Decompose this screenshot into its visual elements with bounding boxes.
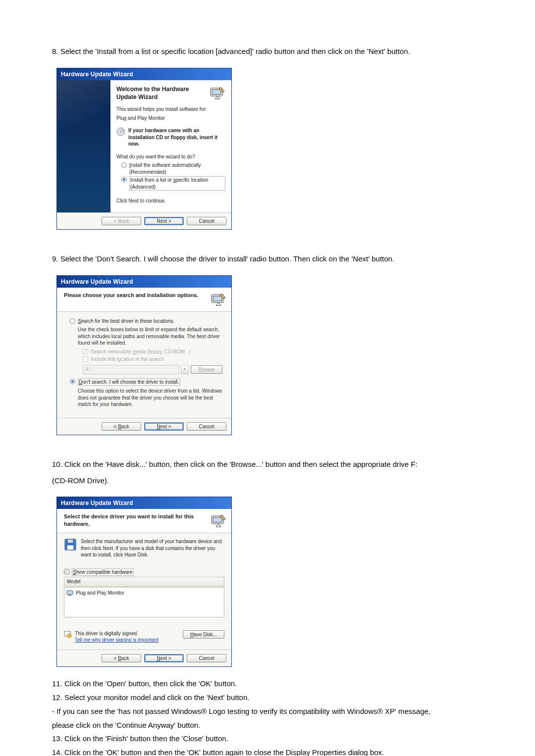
checkbox-icon	[64, 569, 69, 574]
radio-search-best[interactable]: Search for the best driver in these loca…	[70, 318, 222, 325]
cancel-button[interactable]: Cancel	[187, 422, 226, 431]
instruction-step-12-note2: please click on the 'Continue Anyway' bu…	[52, 718, 505, 732]
checkbox-show-compatible[interactable]: Show compatible hardware	[64, 568, 224, 576]
wizard-title: Hardware Update Wizard	[57, 68, 231, 80]
wizard-subtitle: Select the device driver you want to ins…	[64, 513, 211, 528]
radio-install-list-label: Install from a list or specific location…	[129, 176, 225, 191]
search-description: Use the check boxes below to limit or ex…	[78, 326, 222, 347]
wizard-prompt: What do you want the wizard to do?	[116, 153, 225, 160]
wizard-click-next: Click Next to continue.	[116, 198, 225, 204]
wizard-cd-note: If your hardware came with an installati…	[128, 127, 225, 148]
driver-signing-link[interactable]: Tell me why driver signing is important	[75, 637, 159, 643]
svg-rect-12	[69, 595, 71, 596]
checkbox-search-media-label: Search removable media (floppy, CD-ROM..…	[91, 349, 191, 355]
svg-rect-7	[213, 517, 222, 522]
checkbox-show-compatible-label: Show compatible hardware	[72, 568, 134, 576]
hardware-wizard-icon	[210, 85, 225, 101]
wizard-device-name: Plug and Play Monitor	[116, 115, 225, 122]
checkbox-include-location: Include this location in the search:	[83, 356, 222, 363]
radio-dont-search[interactable]: Don't search. I will choose the driver t…	[70, 378, 222, 386]
wizard-line-helps: This wizard helps you install software f…	[116, 106, 225, 113]
wizard-title: Hardware Update Wizard	[57, 276, 231, 288]
driver-signed-text: This driver is digitally signed.	[75, 631, 138, 636]
radio-icon	[121, 177, 127, 182]
next-button[interactable]: Next >	[144, 422, 184, 431]
back-button[interactable]: < Back	[102, 654, 141, 663]
checkbox-icon	[83, 349, 88, 354]
instruction-step-10-b: (CD-ROM Drive).	[52, 474, 505, 488]
radio-search-best-label: Search for the best driver in these loca…	[78, 318, 174, 325]
svg-rect-10	[67, 545, 74, 550]
radio-install-list[interactable]: Install from a list or specific location…	[121, 176, 225, 191]
wizard-title: Hardware Update Wizard	[57, 497, 231, 509]
list-item[interactable]: Plug and Play Monitor	[66, 589, 222, 597]
radio-icon	[70, 379, 75, 384]
radio-icon	[121, 162, 127, 168]
radio-install-auto[interactable]: Install the software automatically (Reco…	[121, 162, 225, 175]
instruction-step-13: 13. Click on the 'Finish' button then th…	[52, 732, 505, 746]
svg-rect-9	[67, 539, 73, 543]
svg-point-14	[67, 634, 71, 638]
checkbox-search-media: Search removable media (floppy, CD-ROM..…	[83, 349, 222, 355]
instruction-step-11: 11. Click on the 'Open' button, then cli…	[52, 677, 505, 691]
svg-rect-1	[212, 90, 221, 95]
instruction-step-12-note: - If you can see the 'has not passed Win…	[52, 705, 505, 718]
wizard-subtitle: Please choose your search and installati…	[64, 292, 198, 299]
radio-install-auto-label: Install the software automatically (Reco…	[129, 162, 201, 175]
wizard-step-8: Hardware Update Wizard Welcome to the Ha…	[56, 68, 232, 230]
disk-icon	[64, 538, 77, 551]
model-listbox[interactable]: Plug and Play Monitor	[64, 587, 224, 617]
next-button[interactable]: Next >	[144, 654, 184, 663]
instruction-step-9: 9. Select the 'Don't Search. I will choo…	[52, 252, 505, 266]
cancel-button[interactable]: Cancel	[187, 654, 226, 663]
monitor-icon	[66, 590, 73, 596]
radio-icon	[70, 318, 75, 324]
checkbox-include-location-label: Include this location in the search:	[91, 356, 165, 363]
combo-dropdown-button: ▾	[181, 365, 189, 374]
have-disk-button[interactable]: Have Disk...	[183, 630, 224, 639]
wizard-heading: Welcome to the Hardware Update Wizard	[116, 85, 225, 101]
instruction-step-8: 8. Select the 'Install from a list or sp…	[52, 45, 505, 59]
back-button[interactable]: < Back	[102, 422, 141, 431]
wizard-step-9: Hardware Update Wizard Please choose you…	[56, 275, 232, 436]
back-button[interactable]: < Back	[102, 217, 141, 226]
next-button[interactable]: Next >	[144, 217, 184, 226]
instruction-step-10-a: 10. Click on the 'Have disk...' button, …	[52, 457, 505, 472]
wizard-side-art	[57, 80, 110, 212]
dont-search-description: Choose this option to select the device …	[78, 388, 222, 408]
location-path-input: A:\	[83, 365, 179, 374]
browse-button: Browse	[191, 365, 222, 374]
certificate-icon	[64, 630, 72, 638]
cd-icon	[116, 127, 125, 136]
svg-point-3	[120, 131, 122, 133]
hardware-wizard-icon	[211, 513, 226, 529]
svg-rect-5	[213, 296, 222, 301]
checkbox-icon	[83, 356, 88, 362]
model-column-header[interactable]: Model	[64, 577, 224, 587]
svg-rect-11	[67, 591, 73, 595]
hardware-wizard-icon	[211, 292, 226, 307]
wizard-step-10: Hardware Update Wizard Select the device…	[56, 497, 232, 667]
radio-dont-search-label: Don't search. I will choose the driver t…	[78, 378, 180, 386]
wizard-desc: Select the manufacturer and model of you…	[81, 538, 224, 558]
instruction-step-14: 14. Click on the 'OK' button and then th…	[52, 746, 505, 756]
instruction-step-12: 12. Select your monitor model and click …	[52, 691, 505, 705]
cancel-button[interactable]: Cancel	[187, 217, 226, 226]
model-item-label: Plug and Play Monitor	[76, 590, 124, 597]
